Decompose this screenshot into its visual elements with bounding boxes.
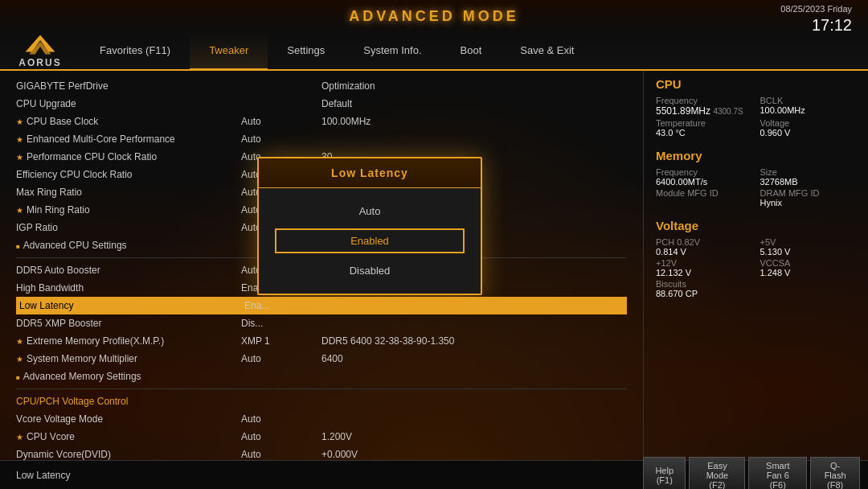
divider-2 (16, 388, 627, 389)
tab-save[interactable]: Save & Exit (501, 32, 593, 71)
cpu-freq-label: Frequency 5501.89MHz 4300.7S (656, 96, 752, 117)
setting-val1: Auto (241, 353, 321, 364)
setting-val1: XMP 1 (241, 335, 321, 347)
tab-favorites[interactable]: Favorites (F11) (80, 32, 190, 71)
voltage-title: Voltage (656, 219, 856, 232)
smartfan-button[interactable]: Smart Fan 6 (F6) (748, 457, 807, 490)
setting-ddr5-xmp[interactable]: DDR5 XMP Booster Dis... (16, 314, 627, 332)
setting-adv-mem[interactable]: Advanced Memory Settings (16, 368, 627, 385)
setting-label: CPU Vcore (16, 431, 241, 442)
5v-info: +5V 5.130 V (760, 237, 857, 257)
memory-section: Memory Frequency 6400.00MT/s Size 32768M… (656, 149, 856, 208)
setting-label: DDR5 XMP Booster (16, 318, 241, 329)
setting-label: Efficiency CPU Clock Ratio (16, 169, 241, 180)
dram-mfg-info: DRAM MFG ID Hynix (760, 188, 857, 208)
cpu-section: CPU Frequency 5501.89MHz 4300.7S BCLK 10… (656, 77, 856, 138)
setting-label: Extreme Memory Profile(X.M.P.) (16, 335, 241, 347)
setting-label: Dynamic Vcore(DVID) (16, 449, 241, 460)
setting-label: System Memory Multiplier (16, 353, 241, 364)
setting-label: Enhanced Multi-Core Performance (16, 134, 241, 145)
help-button[interactable]: Help (F1) (643, 457, 686, 490)
setting-label: CPU Base Clock (16, 116, 241, 127)
bclk-info: BCLK 100.00MHz (760, 96, 857, 117)
setting-val2: DDR5 6400 32-38-38-90-1.350 (321, 335, 454, 347)
setting-xmp[interactable]: Extreme Memory Profile(X.M.P.) XMP 1 DDR… (16, 332, 627, 350)
setting-val2: 6400 (321, 353, 343, 364)
setting-val2: 1.200V (321, 431, 352, 442)
setting-label: Vcore Voltage Mode (16, 413, 241, 425)
12v-info: +12V 12.132 V (656, 258, 752, 277)
setting-label: Min Ring Ratio (16, 204, 241, 216)
aorus-logo-icon (24, 33, 56, 57)
popup-option-enabled[interactable]: Enabled (275, 228, 465, 253)
nav-bar: AORUS Favorites (F11) Tweaker Settings S… (0, 32, 868, 71)
setting-val1: Auto (241, 413, 321, 425)
bottom-buttons: Help (F1) Easy Mode (F2) Smart Fan 6 (F6… (643, 457, 868, 490)
setting-cpu-vcore[interactable]: CPU Vcore Auto 1.200V (16, 428, 627, 446)
popup-options: Auto Enabled Disabled (259, 188, 481, 294)
setting-val2: 100.00MHz (321, 116, 371, 127)
status-text: Low Latency (16, 470, 70, 481)
setting-val1: Auto (241, 449, 321, 460)
setting-sys-mem-mult[interactable]: System Memory Multiplier Auto 6400 (16, 350, 627, 368)
setting-voltage-header: CPU/PCH Voltage Control (16, 392, 627, 410)
setting-val2: +0.000V (321, 449, 358, 460)
voltage-grid: PCH 0.82V 0.814 V +5V 5.130 V +12V 12.13… (656, 237, 856, 298)
pch-info: PCH 0.82V 0.814 V (656, 237, 752, 257)
popup-option-auto[interactable]: Auto (275, 200, 465, 222)
logo-text: AORUS (18, 57, 61, 68)
setting-val1: Auto (241, 116, 321, 127)
voltage-section: Voltage PCH 0.82V 0.814 V +5V 5.130 V +1… (656, 219, 856, 298)
setting-label: Low Latency (19, 300, 244, 311)
setting-label: IGP Ratio (16, 222, 241, 233)
date-display: 08/25/2023 Friday (780, 3, 852, 15)
setting-label: Max Ring Ratio (16, 187, 241, 198)
popup-title: Low Latency (259, 158, 481, 188)
cpu-temp-info: Temperature 43.0 °C (656, 118, 752, 138)
tab-tweaker[interactable]: Tweaker (190, 32, 268, 71)
setting-val2: Default (321, 98, 352, 109)
setting-label: Advanced CPU Settings (16, 240, 241, 251)
setting-val1: Auto (241, 134, 321, 145)
logo: AORUS (8, 33, 72, 68)
setting-gigabyte-perfdrive[interactable]: GIGABYTE PerfDrive Optimization (16, 77, 627, 95)
setting-label: Advanced Memory Settings (16, 371, 241, 382)
setting-cpu-base-clock[interactable]: CPU Base Clock Auto 100.00MHz (16, 113, 627, 130)
cpu-title: CPU (656, 77, 856, 91)
setting-label: DDR5 Auto Booster (16, 265, 241, 276)
cpu-voltage-info: Voltage 0.960 V (760, 118, 857, 138)
setting-enhanced-multicore[interactable]: Enhanced Multi-Core Performance Auto (16, 130, 627, 148)
mem-freq-info: Frequency 6400.00MT/s (656, 167, 752, 187)
mem-size-info: Size 32768MB (760, 167, 857, 187)
easy-mode-button[interactable]: Easy Mode (F2) (689, 457, 745, 490)
setting-label: High Bandwidth (16, 282, 241, 294)
datetime: 08/25/2023 Friday 17:12 (780, 3, 852, 35)
setting-label: CPU Upgrade (16, 98, 241, 109)
page-title: ADVANCED MODE (349, 8, 519, 25)
setting-val2: Optimization (321, 80, 375, 92)
cpu-grid: Frequency 5501.89MHz 4300.7S BCLK 100.00… (656, 96, 856, 138)
time-display: 17:12 (780, 15, 852, 35)
setting-val1: Ena... (244, 300, 325, 311)
setting-low-latency[interactable]: Low Latency Ena... (16, 297, 627, 314)
header: ADVANCED MODE 08/25/2023 Friday 17:12 (0, 0, 868, 32)
info-panel: CPU Frequency 5501.89MHz 4300.7S BCLK 10… (643, 71, 868, 460)
tab-boot[interactable]: Boot (441, 32, 502, 71)
module-mfg-info: Module MFG ID (656, 188, 752, 208)
popup-box: Low Latency Auto Enabled Disabled (257, 157, 482, 295)
memory-title: Memory (656, 149, 856, 162)
setting-cpu-upgrade[interactable]: CPU Upgrade Default (16, 95, 627, 113)
vccsa-info: VCCSA 1.248 V (760, 258, 857, 277)
tab-settings[interactable]: Settings (268, 32, 344, 71)
bottom-bar: Low Latency Help (F1) Easy Mode (F2) Sma… (0, 460, 868, 489)
tab-sysinfo[interactable]: System Info. (344, 32, 440, 71)
section-title: CPU/PCH Voltage Control (16, 396, 241, 407)
nav-tabs: Favorites (F11) Tweaker Settings System … (80, 32, 860, 69)
qflash-button[interactable]: Q-Flash (F8) (810, 457, 860, 490)
popup-option-disabled[interactable]: Disabled (275, 260, 465, 281)
setting-label: Performance CPU Clock Ratio (16, 151, 241, 162)
setting-val1: Auto (241, 431, 321, 442)
setting-vcore-mode[interactable]: Vcore Voltage Mode Auto (16, 410, 627, 428)
setting-dvid[interactable]: Dynamic Vcore(DVID) Auto +0.000V (16, 446, 627, 460)
memory-grid: Frequency 6400.00MT/s Size 32768MB Modul… (656, 167, 856, 208)
